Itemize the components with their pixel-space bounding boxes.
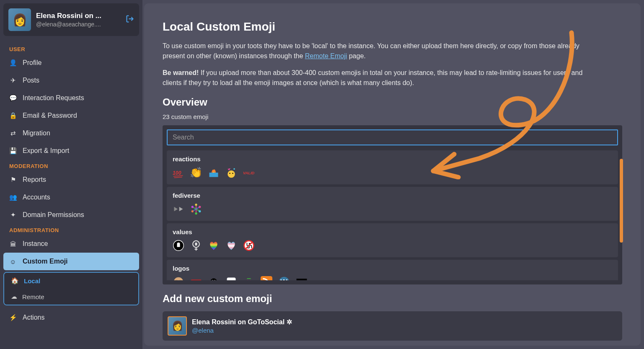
nav-item-email-password[interactable]: 🔒Email & Password — [3, 107, 139, 124]
svg-line-3 — [174, 177, 182, 178]
svg-point-13 — [195, 204, 197, 206]
emoji-100[interactable]: 100 — [173, 167, 184, 178]
nav-label: Custom Emoji — [23, 258, 68, 265]
user-handle: @elena@aseachange.... — [36, 21, 121, 28]
emoji-activitypub[interactable] — [173, 203, 184, 215]
nav-item-instance[interactable]: 🏛Instance — [3, 235, 139, 253]
nav-label: Profile — [23, 59, 41, 67]
nav-label: Domain Permissions — [23, 211, 84, 219]
emoji-valid[interactable]: VALID — [243, 167, 255, 178]
svg-point-17 — [191, 210, 194, 212]
emoji-mastodon[interactable]: m — [225, 276, 237, 280]
scrollbar[interactable] — [620, 159, 623, 243]
logout-icon[interactable] — [126, 15, 134, 25]
emoji-fediverse-star[interactable] — [190, 203, 202, 215]
page-title: Local Custom Emoji — [163, 20, 622, 34]
svg-point-18 — [191, 206, 194, 208]
emoji-category-list: reactions100👏VALIDfediversevalues卐logosL… — [167, 150, 618, 280]
sub-item-local[interactable]: 🏠Local — [4, 273, 138, 289]
svg-rect-23 — [195, 243, 197, 246]
emoji-sloth[interactable] — [173, 276, 184, 280]
nav-item-custom-emoji[interactable]: ☺Custom Emoji — [3, 253, 139, 270]
nav-icon: 👤 — [9, 59, 17, 67]
emoji-dumpster-fire[interactable] — [208, 167, 220, 178]
sub-label: Local — [24, 277, 40, 284]
emoji-category-fediverse: fediverse — [167, 187, 618, 221]
nav-item-migration[interactable]: ⇄Migration — [3, 124, 139, 142]
category-name: reactions — [173, 155, 612, 163]
nav-icon: 💾 — [9, 147, 17, 155]
nav-label: Actions — [23, 314, 44, 321]
svg-point-5 — [228, 171, 235, 178]
emoji-pride-heart[interactable] — [208, 240, 220, 251]
preview-name: Elena Rossini on GoToSocial ✲ — [192, 318, 292, 326]
emoji-category-logos: logosLEGOmWYUNOHOST — [167, 260, 618, 280]
main-panel: Local Custom Emoji To use custom emoji i… — [144, 3, 641, 346]
nav-label: Migration — [23, 129, 50, 137]
emoji-count: 23 custom emoji — [163, 113, 622, 120]
nav-icon: ✈ — [9, 77, 17, 84]
intro-text: To use custom emoji in your toots they h… — [163, 41, 603, 61]
nav-label: Posts — [23, 77, 39, 84]
svg-text:YUNO: YUNO — [297, 279, 305, 280]
emoji-tux[interactable] — [208, 276, 220, 280]
add-heading: Add new custom emoji — [163, 293, 622, 305]
nav-icon: ✦ — [9, 211, 17, 219]
nav-item-domain-permissions[interactable]: ✦Domain Permissions — [3, 206, 139, 224]
nav-label: Accounts — [23, 194, 50, 201]
svg-point-14 — [199, 206, 201, 208]
nav-icon: ☺ — [9, 258, 17, 265]
emoji-yunohost[interactable]: YUNOHOST — [296, 276, 308, 280]
nav-item-interaction-requests[interactable]: 💬Interaction Requests — [3, 89, 139, 107]
emoji-clap[interactable]: 👏 — [190, 167, 202, 178]
user-card[interactable]: 👩 Elena Rossini on ... @elena@aseachange… — [3, 3, 139, 36]
sub-item-remote[interactable]: ☁Remote — [4, 289, 138, 305]
nav-icon: 🔒 — [9, 112, 17, 119]
nav-icon: ⇄ — [9, 129, 17, 137]
nav-item-accounts[interactable]: 👥Accounts — [3, 189, 139, 206]
nav-label: Reports — [23, 176, 46, 184]
nav-label: Email & Password — [23, 112, 77, 119]
emoji-blm-fist[interactable] — [173, 240, 184, 251]
remote-emoji-link[interactable]: Remote Emoji — [305, 52, 347, 59]
svg-point-27 — [174, 277, 184, 280]
emoji-rss[interactable] — [261, 276, 272, 280]
sub-label: Remote — [22, 293, 44, 300]
nav-item-actions[interactable]: ⚡Actions — [3, 309, 139, 326]
section-label: MODERATION — [3, 160, 139, 171]
warning-text: Be warned! If you upload more than about… — [163, 68, 603, 88]
emoji-lego[interactable]: LEGO — [190, 276, 202, 280]
sidebar: 👩 Elena Rossini on ... @elena@aseachange… — [0, 0, 142, 349]
category-name: values — [173, 228, 612, 235]
svg-text:VALID: VALID — [243, 171, 255, 175]
nav-label: Instance — [23, 240, 48, 248]
nav-item-export-import[interactable]: 💾Export & Import — [3, 142, 139, 160]
svg-point-6 — [229, 173, 230, 174]
svg-point-35 — [210, 278, 217, 280]
emoji-antifa[interactable]: 卐 — [243, 240, 255, 251]
avatar: 👩 — [8, 8, 31, 31]
nav-icon: ⚑ — [9, 176, 17, 184]
nav-item-posts[interactable]: ✈Posts — [3, 72, 139, 89]
preview-handle: @elena — [192, 327, 292, 334]
overview-box: reactions100👏VALIDfediversevalues卐logosL… — [163, 125, 622, 284]
svg-rect-4 — [209, 173, 218, 177]
emoji-party-blob[interactable] — [225, 167, 237, 178]
sub-nav: 🏠Local☁Remote — [3, 272, 139, 305]
svg-text:100: 100 — [173, 170, 181, 176]
emoji-wordpress[interactable]: W — [278, 276, 290, 280]
nav-label: Export & Import — [23, 147, 69, 155]
emoji-raspberry-pi[interactable] — [243, 276, 255, 280]
svg-point-8 — [233, 168, 235, 170]
nav-label: Interaction Requests — [23, 94, 84, 102]
emoji-trans-heart[interactable] — [225, 240, 237, 251]
nav-item-profile[interactable]: 👤Profile — [3, 54, 139, 72]
category-name: fediverse — [173, 192, 612, 199]
nav-icon: 💬 — [9, 94, 17, 102]
nav-item-reports[interactable]: ⚑Reports — [3, 171, 139, 189]
search-input[interactable] — [167, 129, 618, 145]
emoji-feminist-fist[interactable] — [190, 240, 202, 251]
section-label: ADMINISTRATION — [3, 224, 139, 235]
add-preview-card: 👩 Elena Rossini on GoToSocial ✲ @elena — [163, 311, 622, 341]
svg-point-15 — [199, 210, 201, 212]
